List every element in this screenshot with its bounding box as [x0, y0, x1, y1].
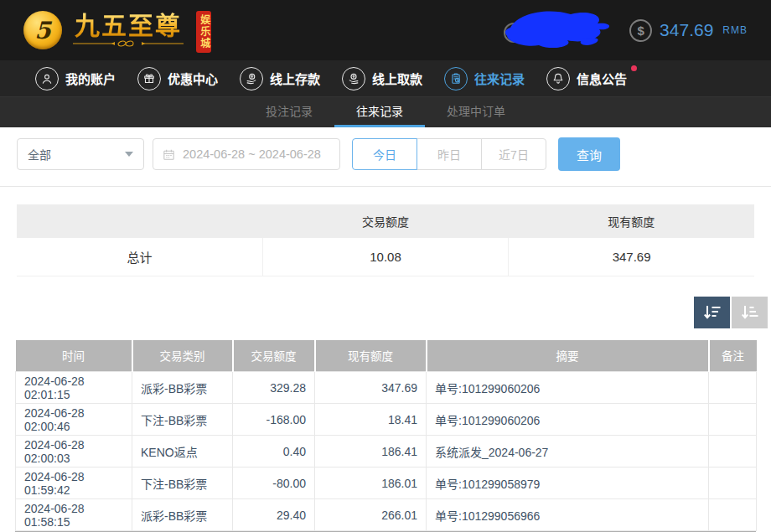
- cell-type: 下注-BB彩票: [132, 467, 233, 499]
- cell-note: [709, 436, 757, 467]
- tab-pending-orders[interactable]: 处理中订单: [425, 97, 527, 127]
- deposit-icon: [240, 67, 263, 90]
- cell-amount: 329.28: [233, 372, 315, 404]
- bell-icon: [546, 67, 570, 90]
- cell-time: 2024-06-28 02:00:46: [16, 404, 132, 436]
- sort-descending-button[interactable]: [694, 297, 730, 328]
- cell-summary: 单号:101299058979: [427, 467, 709, 499]
- cell-amount: -80.00: [233, 467, 315, 499]
- sort-ascending-button[interactable]: [732, 297, 768, 328]
- calendar-icon: [162, 147, 176, 162]
- summary-table: 交易额度 现有额度 总计 10.08 347.69: [17, 204, 754, 276]
- nav-item-my-account[interactable]: 我的账户: [35, 67, 116, 90]
- cell-time: 2024-06-28 01:58:15: [16, 499, 132, 531]
- col-header-time: 时间: [16, 340, 132, 372]
- top-header: 5 九五至尊 娱乐城 $ 347.69 RMB: [0, 0, 771, 60]
- nav-label: 线上存款: [270, 70, 320, 87]
- col-header-summary: 摘要: [427, 340, 709, 372]
- cell-time: 2024-06-28 02:00:03: [16, 436, 132, 467]
- table-row: 2024-06-28 02:00:03 KENO返点 0.40 186.41 系…: [16, 436, 757, 467]
- cell-amount: 29.40: [233, 499, 315, 531]
- cell-balance: 266.01: [315, 499, 427, 531]
- summary-total-transaction: 10.08: [262, 238, 508, 276]
- type-select[interactable]: 全部: [17, 138, 144, 170]
- withdraw-icon: [342, 67, 365, 90]
- last7days-button[interactable]: 近7日: [481, 138, 546, 170]
- cell-balance: 186.41: [315, 436, 427, 467]
- nav-label: 我的账户: [65, 70, 116, 87]
- nav-item-withdraw[interactable]: 线上取款: [342, 67, 422, 90]
- transactions-table: 时间 交易类别 交易额度 现有额度 摘要 备注 2024-06-28 02:01…: [15, 340, 757, 532]
- cell-note: [709, 499, 757, 531]
- cell-amount: 0.40: [233, 436, 315, 467]
- nav-item-announcements[interactable]: 信息公告: [546, 67, 627, 90]
- nav-item-deposit[interactable]: 线上存款: [240, 67, 320, 90]
- logo-badge: 娱乐城: [196, 11, 211, 53]
- summary-header-row: 交易额度 现有额度: [17, 204, 754, 238]
- sort-descending-icon: [702, 304, 722, 321]
- summary-header-balance: 现有额度: [509, 204, 754, 238]
- nav-item-promotions[interactable]: 优惠中心: [137, 67, 218, 90]
- censored-username: [502, 6, 618, 54]
- cell-time: 2024-06-28 02:01:15: [16, 372, 132, 404]
- col-header-type: 交易类别: [132, 340, 233, 372]
- logo-brand-text: 九五至尊: [75, 13, 182, 39]
- cell-summary: 单号:101299060206: [427, 372, 709, 404]
- summary-total-balance: 347.69: [509, 238, 754, 276]
- balance-amount: 347.69: [660, 20, 713, 40]
- nav-label: 优惠中心: [168, 70, 218, 87]
- col-header-balance: 现有额度: [315, 340, 427, 372]
- record-tabbar: 投注记录 往来记录 处理中订单: [0, 96, 771, 127]
- quick-date-group: 今日 昨日 近7日: [352, 138, 546, 170]
- cell-summary: 单号:101299056966: [427, 499, 709, 531]
- dollar-circle-icon: $: [629, 19, 652, 42]
- type-select-value: 全部: [28, 146, 51, 163]
- cell-time: 2024-06-28 01:59:42: [16, 467, 132, 499]
- col-header-note: 备注: [709, 340, 757, 372]
- tab-bet-records[interactable]: 投注记录: [244, 97, 334, 127]
- date-range-input[interactable]: 2024-06-28 ~ 2024-06-28: [153, 138, 340, 170]
- col-header-amount: 交易额度: [233, 340, 315, 372]
- summary-header-empty: [17, 204, 262, 238]
- tab-transaction-records[interactable]: 往来记录: [334, 97, 425, 127]
- gift-icon: [137, 67, 161, 90]
- cell-type: 派彩-BB彩票: [132, 372, 233, 404]
- notification-dot: [631, 65, 637, 71]
- table-row: 2024-06-28 02:00:46 下注-BB彩票 -168.00 18.4…: [16, 404, 757, 436]
- yesterday-button[interactable]: 昨日: [417, 138, 482, 170]
- summary-total-label: 总计: [17, 238, 262, 276]
- user-icon: [35, 67, 59, 90]
- sort-ascending-icon: [740, 304, 760, 321]
- today-button[interactable]: 今日: [352, 138, 417, 170]
- cell-note: [709, 372, 757, 404]
- nav-item-transactions[interactable]: 往来记录: [444, 67, 525, 90]
- logo-monogram-icon: 5: [23, 11, 62, 49]
- cell-note: [709, 467, 757, 499]
- cell-summary: 系统派发_2024-06-27: [427, 436, 709, 467]
- cell-balance: 18.41: [315, 404, 427, 436]
- cell-balance: 347.69: [315, 372, 427, 404]
- records-icon: [444, 67, 468, 90]
- table-header-row: 时间 交易类别 交易额度 现有额度 摘要 备注: [16, 340, 757, 372]
- table-row: 2024-06-28 02:01:15 派彩-BB彩票 329.28 347.6…: [16, 372, 757, 404]
- table-row: 2024-06-28 01:58:15 派彩-BB彩票 29.40 266.01…: [16, 499, 757, 531]
- cell-summary: 单号:101299060206: [427, 404, 709, 436]
- cell-type: 下注-BB彩票: [132, 404, 233, 436]
- cell-type: 派彩-BB彩票: [132, 499, 233, 531]
- user-area: [502, 6, 618, 54]
- nav-label: 线上取款: [372, 70, 422, 87]
- filter-section: 全部 2024-06-28 ~ 2024-06-28 今日 昨日 近7日 查询: [0, 127, 771, 187]
- site-logo[interactable]: 5 九五至尊 娱乐城: [23, 8, 211, 53]
- balance-display: $ 347.69 RMB: [629, 19, 748, 42]
- sort-controls: [0, 297, 768, 328]
- cell-type: KENO返点: [132, 436, 233, 467]
- query-button[interactable]: 查询: [558, 137, 620, 171]
- chevron-down-icon: [125, 152, 133, 157]
- nav-label: 信息公告: [577, 70, 627, 87]
- balance-currency: RMB: [722, 24, 748, 36]
- cell-balance: 186.01: [315, 467, 427, 499]
- logo-text-wrap: 九五至尊: [70, 13, 187, 48]
- summary-header-transaction: 交易额度: [262, 204, 508, 238]
- main-navbar: 我的账户 优惠中心 线上存款 线上取款 往来记录 信息公告: [0, 60, 771, 96]
- logo-flourish-icon: [70, 39, 187, 48]
